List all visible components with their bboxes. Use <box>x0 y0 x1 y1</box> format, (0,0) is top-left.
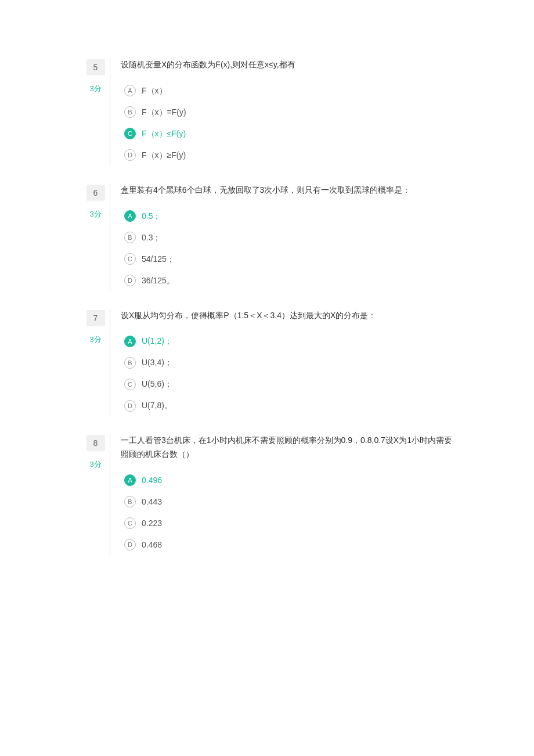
option-letter-icon: A <box>124 474 136 486</box>
question-number: 7 <box>86 310 105 326</box>
option-item[interactable]: A0.496 <box>124 470 453 491</box>
option-letter-icon: A <box>124 85 136 96</box>
question-number: 8 <box>86 435 105 451</box>
option-letter-icon: B <box>124 106 136 118</box>
option-text: 0.443 <box>142 496 162 508</box>
option-letter-icon: D <box>124 275 136 286</box>
question-body: 一工人看管3台机床，在1小时内机床不需要照顾的概率分别为0.9，0.8,0.7设… <box>110 434 453 556</box>
option-text: U(1,2)； <box>142 335 172 347</box>
option-text: 54/125； <box>142 253 175 265</box>
option-text: 0.3； <box>142 232 161 244</box>
option-letter-icon: C <box>124 253 136 265</box>
option-text: 36/125。 <box>142 275 175 287</box>
option-item[interactable]: BF（x）=F(y) <box>124 102 453 123</box>
option-letter-icon: D <box>124 539 136 550</box>
option-text: U(7,8)。 <box>142 399 172 412</box>
option-item[interactable]: B0.3； <box>124 227 453 249</box>
option-letter-icon: A <box>124 210 136 222</box>
question-sidebar: 73分 <box>81 309 110 417</box>
option-item[interactable]: AU(1,2)； <box>124 330 453 352</box>
question-score: 3分 <box>81 209 110 219</box>
question-stem: 一工人看管3台机床，在1小时内机床不需要照顾的概率分别为0.9，0.8,0.7设… <box>121 434 453 462</box>
question-body: 盒里装有4个黑球6个白球，无放回取了3次小球，则只有一次取到黑球的概率是：A0.… <box>110 183 453 291</box>
question-number: 6 <box>86 185 105 201</box>
option-text: F（x）=F(y) <box>142 106 186 118</box>
option-item[interactable]: AF（x） <box>124 80 453 102</box>
question-block: 83分一工人看管3台机床，在1小时内机床不需要照顾的概率分别为0.9，0.8,0… <box>0 434 534 556</box>
options-list: A0.496B0.443C0.223D0.468 <box>121 470 453 556</box>
option-text: U(5,6)； <box>142 378 172 390</box>
question-body: 设X服从均匀分布，使得概率P（1.5＜X＜3.4）达到最大的X的分布是：AU(1… <box>110 309 453 417</box>
option-text: F（x）≥F(y) <box>142 149 186 161</box>
option-item[interactable]: BU(3,4)； <box>124 352 453 373</box>
option-text: F（x） <box>142 85 167 97</box>
option-letter-icon: C <box>124 517 136 529</box>
question-score: 3分 <box>81 84 110 94</box>
question-block: 53分设随机变量X的分布函数为F(x),则对任意x≤y,都有AF（x）BF（x）… <box>0 58 534 166</box>
question-sidebar: 53分 <box>81 58 110 166</box>
question-sidebar: 83分 <box>81 434 110 556</box>
quiz-container: 53分设随机变量X的分布函数为F(x),则对任意x≤y,都有AF（x）BF（x）… <box>0 58 534 556</box>
question-number: 5 <box>86 59 105 75</box>
option-item[interactable]: A0.5； <box>124 206 453 227</box>
options-list: AU(1,2)；BU(3,4)；CU(5,6)；DU(7,8)。 <box>121 330 453 416</box>
option-letter-icon: C <box>124 379 136 390</box>
question-block: 73分设X服从均匀分布，使得概率P（1.5＜X＜3.4）达到最大的X的分布是：A… <box>0 309 534 417</box>
option-item[interactable]: B0.443 <box>124 491 453 513</box>
option-item[interactable]: CU(5,6)； <box>124 373 453 395</box>
option-item[interactable]: CF（x）≤F(y) <box>124 123 453 145</box>
question-score: 3分 <box>81 334 110 345</box>
option-item[interactable]: C54/125； <box>124 249 453 270</box>
option-letter-icon: B <box>124 357 136 369</box>
option-item[interactable]: DU(7,8)。 <box>124 395 453 416</box>
question-body: 设随机变量X的分布函数为F(x),则对任意x≤y,都有AF（x）BF（x）=F(… <box>110 58 453 166</box>
option-letter-icon: A <box>124 336 136 347</box>
options-list: A0.5；B0.3；C54/125；D36/125。 <box>121 206 453 291</box>
option-letter-icon: D <box>124 149 136 161</box>
option-letter-icon: D <box>124 400 136 412</box>
question-stem: 盒里装有4个黑球6个白球，无放回取了3次小球，则只有一次取到黑球的概率是： <box>121 183 453 197</box>
option-item[interactable]: C0.223 <box>124 513 453 534</box>
option-text: 0.5； <box>142 210 161 222</box>
option-item[interactable]: DF（x）≥F(y) <box>124 145 453 166</box>
option-letter-icon: B <box>124 232 136 243</box>
question-stem: 设随机变量X的分布函数为F(x),则对任意x≤y,都有 <box>121 58 453 72</box>
option-text: U(3,4)； <box>142 357 172 369</box>
question-score: 3分 <box>81 459 110 470</box>
option-letter-icon: C <box>124 128 136 139</box>
option-text: 0.496 <box>142 474 162 487</box>
question-stem: 设X服从均匀分布，使得概率P（1.5＜X＜3.4）达到最大的X的分布是： <box>121 309 453 323</box>
option-letter-icon: B <box>124 496 136 507</box>
option-text: 0.468 <box>142 539 162 551</box>
option-item[interactable]: D36/125。 <box>124 270 453 291</box>
option-item[interactable]: D0.468 <box>124 534 453 556</box>
question-block: 63分盒里装有4个黑球6个白球，无放回取了3次小球，则只有一次取到黑球的概率是：… <box>0 183 534 291</box>
options-list: AF（x）BF（x）=F(y)CF（x）≤F(y)DF（x）≥F(y) <box>121 80 453 166</box>
option-text: F（x）≤F(y) <box>142 128 186 140</box>
option-text: 0.223 <box>142 517 162 530</box>
question-sidebar: 63分 <box>81 183 110 291</box>
